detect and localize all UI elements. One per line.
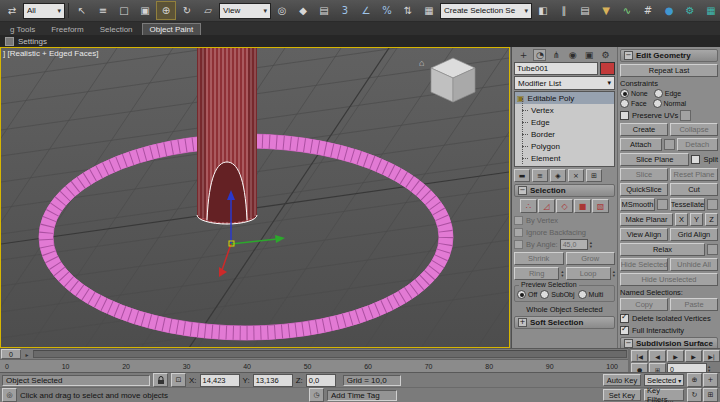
- tab-object-paint[interactable]: Object Paint: [142, 23, 202, 35]
- msmooth-settings-button[interactable]: [657, 199, 668, 210]
- planar-z-button[interactable]: Z: [705, 213, 718, 226]
- absolute-offset-mode-icon[interactable]: ⊡: [171, 373, 186, 387]
- angle-snap-icon[interactable]: ∠: [356, 1, 376, 20]
- soft-selection-rollout-header[interactable]: + Soft Selection: [514, 316, 615, 329]
- attach-list-button[interactable]: [664, 139, 675, 150]
- select-and-link-icon[interactable]: ⇄: [2, 1, 22, 20]
- percent-snap-icon[interactable]: %: [377, 1, 397, 20]
- maximize-viewport-icon[interactable]: ⊞: [703, 388, 718, 402]
- preserve-uvs-settings-button[interactable]: [680, 110, 691, 121]
- isolate-selection-icon[interactable]: ◎: [2, 388, 17, 402]
- material-editor-icon[interactable]: ●: [659, 1, 679, 20]
- polygon-subobject-icon[interactable]: ■: [574, 199, 591, 213]
- set-key-button[interactable]: Set Key: [603, 389, 641, 401]
- copy-button[interactable]: Copy: [620, 298, 668, 311]
- detach-button[interactable]: Detach: [677, 138, 719, 151]
- ignore-backfacing-checkbox[interactable]: Ignore Backfacing: [514, 227, 615, 237]
- z-coordinate-field[interactable]: 0,0: [306, 374, 336, 387]
- schematic-view-icon[interactable]: #: [638, 1, 658, 20]
- spinner-snap-icon[interactable]: ⇅: [398, 1, 418, 20]
- add-time-tag-field[interactable]: Add Time Tag: [327, 390, 397, 401]
- motion-tab-icon[interactable]: ◉: [566, 49, 579, 61]
- stack-subobject-item[interactable]: Vertex: [515, 104, 614, 116]
- border-subobject-icon[interactable]: ◇: [556, 199, 573, 213]
- home-icon[interactable]: ⌂: [419, 58, 424, 68]
- delete-isolated-vertices-checkbox[interactable]: Delete Isolated Vertices: [620, 313, 718, 323]
- selection-rollout-header[interactable]: − Selection: [514, 184, 615, 197]
- element-subobject-icon[interactable]: ▧: [592, 199, 609, 213]
- pan-icon[interactable]: +: [703, 373, 718, 387]
- x-coordinate-field[interactable]: 14,423: [200, 374, 240, 387]
- spinner-arrows-icon[interactable]: ▴▾: [561, 270, 563, 278]
- edit-geometry-rollout-header[interactable]: − Edit Geometry: [620, 49, 718, 62]
- relax-button[interactable]: Relax: [620, 243, 705, 256]
- attach-button[interactable]: Attach: [620, 138, 662, 151]
- preserve-uvs-checkbox[interactable]: Preserve UVs: [620, 111, 678, 121]
- vertex-subobject-icon[interactable]: ∴: [520, 199, 537, 213]
- time-slider[interactable]: 0 ▸: [0, 348, 628, 359]
- zoom-icon[interactable]: ⊕: [687, 373, 702, 387]
- constraint-none-radio[interactable]: None: [620, 89, 648, 98]
- quickslice-button[interactable]: QuickSlice: [620, 183, 668, 196]
- orbit-icon[interactable]: ↻: [687, 388, 702, 402]
- preview-off-radio[interactable]: Off: [517, 290, 537, 299]
- pin-stack-icon[interactable]: ▬: [514, 169, 530, 182]
- graphite-ribbon-toggle-icon[interactable]: ▼: [596, 1, 616, 20]
- previous-frame-button[interactable]: ◀: [649, 350, 666, 362]
- select-object-icon[interactable]: ↖: [72, 1, 92, 20]
- spinner-arrows-icon[interactable]: ▴▾: [590, 241, 592, 249]
- make-planar-button[interactable]: Make Planar: [620, 213, 673, 226]
- slice-button[interactable]: Slice: [620, 168, 668, 181]
- stack-item-editable-poly[interactable]: ▣ Editable Poly: [515, 92, 614, 104]
- rendered-frame-window-icon[interactable]: ▦: [701, 1, 720, 20]
- go-to-end-button[interactable]: ▶|: [703, 350, 720, 362]
- ribbon-settings-label[interactable]: Settings: [18, 37, 47, 46]
- constraint-edge-radio[interactable]: Edge: [654, 89, 681, 98]
- grid-align-button[interactable]: Grid Align: [670, 228, 718, 241]
- utilities-tab-icon[interactable]: ⚙: [599, 49, 612, 61]
- cut-button[interactable]: Cut: [670, 183, 718, 196]
- reset-plane-button[interactable]: Reset Plane: [670, 168, 718, 181]
- repeat-last-button[interactable]: Repeat Last: [620, 64, 718, 77]
- preview-subobj-radio[interactable]: SubObj: [540, 290, 574, 299]
- unhide-all-button[interactable]: Unhide All: [670, 258, 718, 271]
- window-crossing-icon[interactable]: ▣: [135, 1, 155, 20]
- create-button[interactable]: Create: [620, 123, 668, 136]
- select-and-move-icon[interactable]: ⊕: [156, 1, 176, 20]
- next-frame-button[interactable]: ▶: [685, 350, 702, 362]
- render-setup-icon[interactable]: ⚙: [680, 1, 700, 20]
- viewport-label[interactable]: ] [Realistic + Edged Faces]: [3, 49, 98, 58]
- stack-subobject-item[interactable]: Edge: [515, 116, 614, 128]
- stack-subobject-item[interactable]: Border: [515, 128, 614, 140]
- by-angle-value-field[interactable]: 45,0: [560, 239, 588, 250]
- viewport-canvas[interactable]: ⌂: [1, 48, 509, 347]
- planar-x-button[interactable]: X: [675, 213, 688, 226]
- align-icon[interactable]: ∥: [554, 1, 574, 20]
- spinner-arrows-icon[interactable]: ▴▾: [613, 270, 615, 278]
- perspective-viewport[interactable]: ] [Realistic + Edged Faces]: [0, 47, 510, 348]
- remove-modifier-icon[interactable]: ×: [568, 169, 584, 182]
- tessellate-settings-button[interactable]: [707, 199, 718, 210]
- relax-settings-button[interactable]: [707, 244, 718, 255]
- create-tab-icon[interactable]: +: [517, 49, 530, 61]
- modify-tab-icon[interactable]: ◔: [533, 49, 546, 61]
- loop-button[interactable]: Loop: [566, 267, 611, 280]
- ring-button[interactable]: Ring: [514, 267, 559, 280]
- time-slider-track[interactable]: [33, 350, 627, 358]
- grow-button[interactable]: Grow: [566, 252, 616, 265]
- layer-manager-icon[interactable]: ▤: [575, 1, 595, 20]
- edit-named-selection-sets-icon[interactable]: ▦: [419, 1, 439, 20]
- show-end-result-icon[interactable]: ≡: [532, 169, 548, 182]
- hierarchy-tab-icon[interactable]: ⋔: [550, 49, 563, 61]
- stack-subobject-item[interactable]: Element: [515, 152, 614, 164]
- select-and-manipulate-icon[interactable]: ◆: [293, 1, 313, 20]
- preview-multi-radio[interactable]: Multi: [578, 290, 604, 299]
- constraint-face-radio[interactable]: Face: [620, 99, 647, 108]
- msmooth-button[interactable]: MSmooth: [620, 198, 655, 211]
- split-checkbox[interactable]: Split: [691, 155, 718, 165]
- display-tab-icon[interactable]: ▣: [583, 49, 596, 61]
- shrink-button[interactable]: Shrink: [514, 252, 564, 265]
- object-color-swatch[interactable]: [600, 62, 615, 75]
- keyboard-shortcut-override-icon[interactable]: ▤: [314, 1, 334, 20]
- track-bar[interactable]: 0102030405060708090100: [0, 359, 628, 372]
